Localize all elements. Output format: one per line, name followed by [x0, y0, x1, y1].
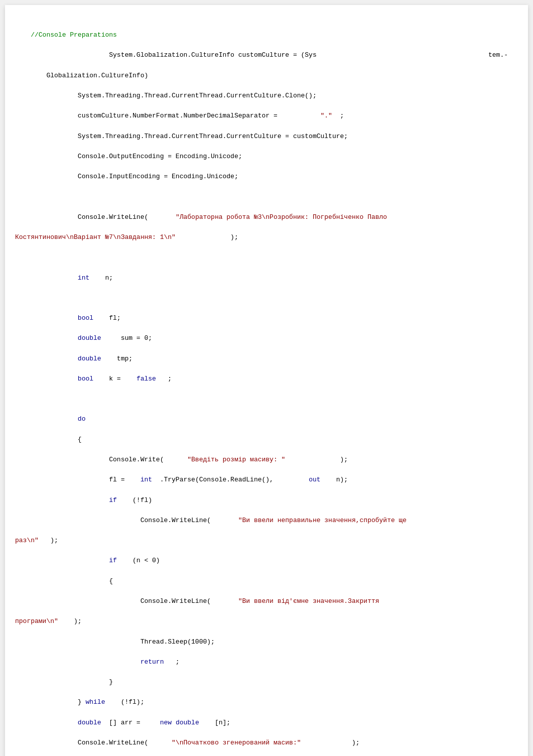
code-content: //Console Preparations System.Globalizat… [5, 5, 528, 756]
document-page: //Console Preparations System.Globalizat… [5, 5, 528, 756]
comment-console-prep: //Console Preparations [15, 31, 117, 39]
